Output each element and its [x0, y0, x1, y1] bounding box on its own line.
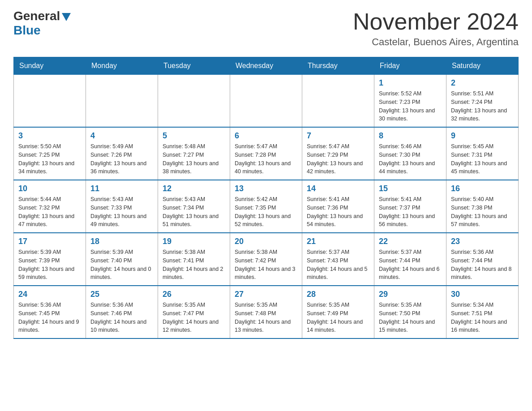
weekday-wednesday: Wednesday [230, 57, 302, 75]
day-info: Sunrise: 5:36 AMSunset: 7:46 PMDaylight:… [90, 301, 153, 334]
weekday-saturday: Saturday [446, 57, 519, 75]
day-info: Sunrise: 5:47 AMSunset: 7:29 PMDaylight:… [307, 142, 369, 176]
day-number: 30 [451, 290, 514, 299]
calendar-cell: 5Sunrise: 5:48 AMSunset: 7:27 PMDaylight… [158, 127, 230, 180]
calendar-cell: 16Sunrise: 5:40 AMSunset: 7:38 PMDayligh… [446, 180, 519, 233]
calendar-cell: 14Sunrise: 5:41 AMSunset: 7:36 PMDayligh… [302, 180, 374, 233]
day-info: Sunrise: 5:42 AMSunset: 7:35 PMDaylight:… [235, 195, 297, 229]
day-number: 19 [163, 237, 225, 246]
calendar-cell: 11Sunrise: 5:43 AMSunset: 7:33 PMDayligh… [86, 180, 158, 233]
day-number: 18 [90, 237, 153, 246]
day-number: 21 [307, 237, 369, 246]
day-info: Sunrise: 5:52 AMSunset: 7:23 PMDaylight:… [379, 90, 442, 123]
day-number: 28 [307, 290, 369, 299]
day-info: Sunrise: 5:35 AMSunset: 7:49 PMDaylight:… [307, 301, 369, 334]
calendar-cell: 4Sunrise: 5:49 AMSunset: 7:26 PMDaylight… [86, 127, 158, 180]
calendar-cell: 2Sunrise: 5:51 AMSunset: 7:24 PMDaylight… [446, 75, 519, 128]
calendar-cell: 29Sunrise: 5:35 AMSunset: 7:50 PMDayligh… [374, 286, 446, 338]
day-number: 2 [451, 78, 514, 88]
day-number: 29 [379, 290, 442, 299]
day-info: Sunrise: 5:35 AMSunset: 7:48 PMDaylight:… [235, 301, 297, 334]
calendar-cell: 3Sunrise: 5:50 AMSunset: 7:25 PMDaylight… [14, 127, 86, 180]
calendar-cell: 25Sunrise: 5:36 AMSunset: 7:46 PMDayligh… [86, 286, 158, 338]
day-number: 8 [379, 131, 442, 141]
day-number: 25 [90, 290, 153, 299]
calendar-cell: 21Sunrise: 5:37 AMSunset: 7:43 PMDayligh… [302, 233, 374, 286]
calendar-cell: 19Sunrise: 5:38 AMSunset: 7:41 PMDayligh… [158, 233, 230, 286]
logo-arrow-icon [62, 13, 71, 21]
calendar-cell: 20Sunrise: 5:38 AMSunset: 7:42 PMDayligh… [230, 233, 302, 286]
calendar-cell [158, 75, 230, 128]
day-number: 20 [235, 237, 297, 246]
day-info: Sunrise: 5:37 AMSunset: 7:44 PMDaylight:… [379, 248, 442, 282]
calendar-cell: 10Sunrise: 5:44 AMSunset: 7:32 PMDayligh… [14, 180, 86, 233]
calendar-cell: 26Sunrise: 5:35 AMSunset: 7:47 PMDayligh… [158, 286, 230, 338]
day-number: 10 [18, 184, 81, 193]
calendar-cell: 15Sunrise: 5:41 AMSunset: 7:37 PMDayligh… [374, 180, 446, 233]
day-info: Sunrise: 5:51 AMSunset: 7:24 PMDaylight:… [451, 90, 514, 123]
calendar-cell: 9Sunrise: 5:45 AMSunset: 7:31 PMDaylight… [446, 127, 519, 180]
calendar-cell: 17Sunrise: 5:39 AMSunset: 7:39 PMDayligh… [14, 233, 86, 286]
calendar-cell: 8Sunrise: 5:46 AMSunset: 7:30 PMDaylight… [374, 127, 446, 180]
logo-general-text: General [13, 9, 60, 23]
day-number: 15 [379, 184, 442, 193]
weekday-tuesday: Tuesday [158, 57, 230, 75]
day-info: Sunrise: 5:41 AMSunset: 7:36 PMDaylight:… [307, 195, 369, 229]
calendar-cell: 1Sunrise: 5:52 AMSunset: 7:23 PMDaylight… [374, 75, 446, 128]
day-info: Sunrise: 5:35 AMSunset: 7:47 PMDaylight:… [163, 301, 225, 334]
day-number: 24 [18, 290, 81, 299]
day-number: 14 [307, 184, 369, 193]
day-info: Sunrise: 5:48 AMSunset: 7:27 PMDaylight:… [163, 142, 225, 176]
weekday-thursday: Thursday [302, 57, 374, 75]
day-number: 7 [307, 131, 369, 141]
day-info: Sunrise: 5:43 AMSunset: 7:34 PMDaylight:… [163, 195, 225, 229]
day-number: 9 [451, 131, 514, 141]
logo: General Blue [13, 9, 71, 38]
calendar-cell: 7Sunrise: 5:47 AMSunset: 7:29 PMDaylight… [302, 127, 374, 180]
day-number: 3 [18, 131, 81, 141]
calendar-cell: 18Sunrise: 5:39 AMSunset: 7:40 PMDayligh… [86, 233, 158, 286]
title-section: November 2024 Castelar, Buenos Aires, Ar… [353, 9, 519, 48]
day-info: Sunrise: 5:36 AMSunset: 7:45 PMDaylight:… [18, 301, 81, 334]
day-number: 5 [163, 131, 225, 141]
day-info: Sunrise: 5:38 AMSunset: 7:42 PMDaylight:… [235, 248, 297, 282]
day-info: Sunrise: 5:50 AMSunset: 7:25 PMDaylight:… [18, 142, 81, 176]
day-info: Sunrise: 5:38 AMSunset: 7:41 PMDaylight:… [163, 248, 225, 282]
calendar-cell [14, 75, 86, 128]
logo-blue-text: Blue [13, 23, 41, 38]
calendar-week-2: 3Sunrise: 5:50 AMSunset: 7:25 PMDaylight… [14, 127, 519, 180]
day-number: 13 [235, 184, 297, 193]
day-number: 26 [163, 290, 225, 299]
weekday-monday: Monday [86, 57, 158, 75]
day-info: Sunrise: 5:34 AMSunset: 7:51 PMDaylight:… [451, 301, 514, 334]
day-number: 17 [18, 237, 81, 246]
calendar-cell: 22Sunrise: 5:37 AMSunset: 7:44 PMDayligh… [374, 233, 446, 286]
day-number: 6 [235, 131, 297, 141]
calendar-cell [230, 75, 302, 128]
day-info: Sunrise: 5:46 AMSunset: 7:30 PMDaylight:… [379, 142, 442, 176]
calendar-cell: 30Sunrise: 5:34 AMSunset: 7:51 PMDayligh… [446, 286, 519, 338]
weekday-friday: Friday [374, 57, 446, 75]
day-info: Sunrise: 5:49 AMSunset: 7:26 PMDaylight:… [90, 142, 153, 176]
calendar-cell: 13Sunrise: 5:42 AMSunset: 7:35 PMDayligh… [230, 180, 302, 233]
day-number: 4 [90, 131, 153, 141]
calendar-table: SundayMondayTuesdayWednesdayThursdayFrid… [13, 57, 519, 339]
day-number: 11 [90, 184, 153, 193]
page-header: General Blue November 2024 Castelar, Bue… [13, 9, 519, 48]
calendar-week-5: 24Sunrise: 5:36 AMSunset: 7:45 PMDayligh… [14, 286, 519, 338]
day-info: Sunrise: 5:37 AMSunset: 7:43 PMDaylight:… [307, 248, 369, 282]
calendar-cell: 28Sunrise: 5:35 AMSunset: 7:49 PMDayligh… [302, 286, 374, 338]
weekday-header-row: SundayMondayTuesdayWednesdayThursdayFrid… [14, 57, 519, 75]
calendar-cell: 12Sunrise: 5:43 AMSunset: 7:34 PMDayligh… [158, 180, 230, 233]
day-number: 23 [451, 237, 514, 246]
calendar-week-1: 1Sunrise: 5:52 AMSunset: 7:23 PMDaylight… [14, 75, 519, 128]
day-number: 12 [163, 184, 225, 193]
calendar-cell: 24Sunrise: 5:36 AMSunset: 7:45 PMDayligh… [14, 286, 86, 338]
calendar-cell [302, 75, 374, 128]
weekday-sunday: Sunday [14, 57, 86, 75]
day-number: 16 [451, 184, 514, 193]
day-info: Sunrise: 5:41 AMSunset: 7:37 PMDaylight:… [379, 195, 442, 229]
calendar-week-4: 17Sunrise: 5:39 AMSunset: 7:39 PMDayligh… [14, 233, 519, 286]
day-info: Sunrise: 5:43 AMSunset: 7:33 PMDaylight:… [90, 195, 153, 229]
day-number: 22 [379, 237, 442, 246]
